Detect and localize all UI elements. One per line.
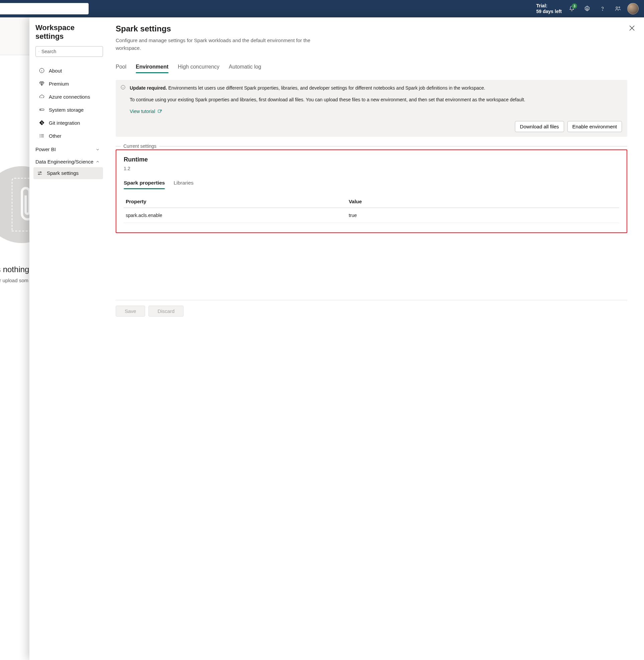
chevron-down-icon: [95, 147, 100, 152]
runtime-subtabs: Spark properties Libraries: [124, 179, 619, 189]
help-icon[interactable]: [599, 5, 606, 12]
cloud-icon: [39, 94, 45, 100]
update-required-banner: Update required. Environments let users …: [116, 80, 627, 137]
svg-point-14: [39, 174, 40, 175]
tab-high-concurrency[interactable]: High concurrency: [178, 62, 220, 73]
tab-environment[interactable]: Environment: [136, 62, 168, 73]
sidebar-item-label: Spark settings: [47, 170, 78, 176]
save-button: Save: [116, 305, 145, 317]
runtime-version: 1.2: [124, 166, 619, 171]
sidebar-item-other[interactable]: Other: [36, 129, 103, 142]
banner-text-1: Environments let users use different Spa…: [167, 85, 485, 91]
subtab-spark-properties[interactable]: Spark properties: [124, 179, 165, 189]
info-icon: [120, 85, 126, 90]
group-label: Power BI: [36, 146, 56, 153]
link-label: View tutorial: [130, 108, 155, 115]
search-input[interactable]: [42, 49, 100, 54]
sidebar-item-about[interactable]: About: [36, 64, 103, 77]
sidebar-item-spark-settings[interactable]: Spark settings: [33, 167, 103, 179]
col-property: Property: [124, 195, 347, 208]
group-label: Data Engineering/Science: [36, 159, 93, 165]
list-icon: [39, 133, 45, 139]
trial-line1: Trial:: [536, 3, 562, 9]
sidebar-item-label: About: [49, 68, 62, 73]
trial-line2: 59 days left: [536, 9, 562, 15]
sidebar-item-git[interactable]: Git integration: [36, 116, 103, 129]
sidebar-item-premium[interactable]: Premium: [36, 77, 103, 90]
sidebar-item-label: Other: [49, 133, 62, 139]
svg-point-10: [40, 134, 41, 135]
panel-title: Workspace settings: [36, 23, 103, 41]
diamond-icon: [39, 81, 45, 87]
footer-actions: Save Discard: [116, 300, 627, 319]
global-search[interactable]: [0, 3, 89, 14]
spark-properties-table: Property Value spark.acls.enable true: [124, 195, 619, 223]
app-header: Trial: 59 days left 3: [0, 0, 644, 17]
view-tutorial-link[interactable]: View tutorial: [130, 108, 162, 115]
sidebar-item-label: Azure connections: [49, 94, 90, 100]
cell-value: true: [347, 208, 619, 223]
svg-point-0: [586, 8, 588, 10]
svg-point-3: [619, 7, 620, 8]
sliders-icon: [37, 170, 43, 176]
svg-point-12: [40, 137, 41, 137]
download-all-files-button[interactable]: Download all files: [515, 121, 564, 132]
cell-property: spark.acls.enable: [124, 208, 347, 223]
avatar[interactable]: [627, 3, 639, 14]
tab-automatic-log[interactable]: Automatic log: [229, 62, 261, 73]
notification-badge: 3: [572, 3, 577, 9]
discard-button: Discard: [148, 305, 184, 317]
current-settings-legend: Current settings: [116, 143, 627, 149]
sidebar-item-azure[interactable]: Azure connections: [36, 90, 103, 103]
banner-paragraph-1: Update required. Environments let users …: [130, 85, 622, 92]
sidebar-group-data-engineering[interactable]: Data Engineering/Science: [36, 155, 103, 167]
trial-status[interactable]: Trial: 59 days left: [536, 3, 562, 15]
workspace-settings-panel: Workspace settings About Premium Azure c…: [29, 17, 644, 660]
banner-buttons: Download all files Enable environment: [130, 121, 622, 132]
svg-point-2: [616, 7, 618, 8]
svg-point-4: [39, 51, 40, 52]
subtab-libraries[interactable]: Libraries: [174, 179, 193, 189]
settings-main-content: Spark settings Configure and manage sett…: [107, 17, 644, 660]
col-value: Value: [347, 195, 619, 208]
git-icon: [39, 120, 45, 126]
sidebar-item-storage[interactable]: System storage: [36, 103, 103, 116]
settings-search[interactable]: [36, 46, 103, 57]
svg-point-7: [41, 109, 41, 110]
enable-environment-button[interactable]: Enable environment: [568, 121, 622, 132]
table-row: spark.acls.enable true: [124, 208, 619, 223]
settings-sidebar: Workspace settings About Premium Azure c…: [29, 17, 107, 660]
account-manager-icon[interactable]: [615, 5, 621, 12]
sidebar-item-label: System storage: [49, 107, 84, 113]
tab-pool[interactable]: Pool: [116, 62, 127, 73]
storage-icon: [39, 107, 45, 113]
page-title: Spark settings: [116, 24, 627, 33]
banner-paragraph-2: To continue using your existing Spark pr…: [130, 96, 622, 103]
svg-point-1: [602, 10, 603, 11]
external-link-icon: [157, 109, 162, 114]
header-actions: 3: [569, 5, 621, 12]
runtime-title: Runtime: [124, 156, 619, 163]
settings-gear-icon[interactable]: [584, 5, 591, 12]
search-icon: [39, 49, 40, 54]
banner-strong: Update required.: [130, 85, 167, 91]
notifications-icon[interactable]: 3: [569, 5, 575, 12]
sidebar-item-label: Git integration: [49, 120, 80, 126]
chevron-up-icon: [95, 159, 100, 164]
svg-point-13: [40, 172, 41, 173]
legend-label: Current settings: [121, 143, 159, 149]
svg-point-11: [40, 135, 41, 136]
sidebar-item-label: Premium: [49, 81, 69, 87]
sidebar-group-powerbi[interactable]: Power BI: [36, 142, 103, 155]
runtime-highlight-box: Runtime 1.2 Spark properties Libraries P…: [116, 150, 627, 233]
info-icon: [39, 68, 45, 73]
page-description: Configure and manage settings for Spark …: [116, 37, 330, 52]
main-tabs: Pool Environment High concurrency Automa…: [116, 62, 627, 73]
